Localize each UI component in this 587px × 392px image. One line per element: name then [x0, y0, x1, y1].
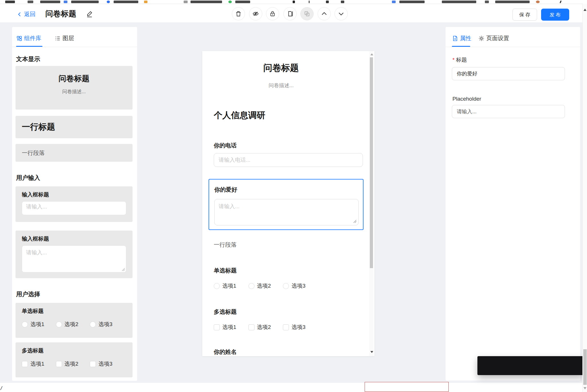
delete-button[interactable]	[232, 7, 245, 20]
canvas-selected-hobby-block[interactable]: 你的爱好	[209, 179, 364, 230]
bookmark-item-fragment[interactable]	[191, 1, 222, 3]
bookmark-item-fragment[interactable]	[293, 1, 295, 3]
radio-option[interactable]: 选项1	[22, 321, 44, 328]
bookmark-item-fragment[interactable]	[5, 1, 15, 3]
checkbox-option[interactable]: 选项3	[283, 323, 306, 331]
bookmark-favicon[interactable]	[64, 1, 67, 3]
move-up-button[interactable]	[318, 7, 331, 20]
component-card-input[interactable]: 输入框标题 请输入...	[15, 186, 133, 222]
canvas-scroll-up-arrow[interactable]	[370, 53, 373, 55]
page-scrollbar-thumb[interactable]	[583, 349, 587, 385]
canvas-paragraph[interactable]: 一行段落	[214, 241, 237, 249]
bookmark-item-fragment[interactable]	[28, 1, 33, 3]
publish-button[interactable]: 发 布	[541, 9, 569, 21]
component-card-radio[interactable]: 单选标题 选项1 选项2 选项3	[15, 303, 133, 338]
checkbox-option[interactable]: 选项1	[22, 360, 44, 368]
bookmark-item-fragment[interactable]	[235, 1, 250, 3]
resize-handle-icon[interactable]	[353, 220, 357, 224]
title-value-input[interactable]	[452, 67, 565, 80]
radio-option[interactable]: 选项3	[90, 321, 112, 328]
canvas-survey-title[interactable]: 问卷标题	[202, 62, 360, 74]
chevron-up-icon	[320, 10, 328, 17]
hide-button[interactable]	[249, 7, 262, 20]
page-scrollbar-track[interactable]	[582, 4, 587, 392]
canvas-checkbox-label[interactable]: 多选标题	[214, 308, 237, 316]
canvas-name-label[interactable]: 你的姓名	[214, 348, 237, 356]
canvas-survey-description[interactable]: 问卷描述...	[202, 82, 360, 89]
checkbox-icon[interactable]	[283, 324, 289, 330]
component-card-survey-title[interactable]: 问卷标题 问卷描述...	[15, 66, 133, 110]
bookmark-item-fragment[interactable]	[341, 1, 344, 3]
components-icon	[16, 35, 22, 42]
card-input-preview[interactable]: 请输入...	[22, 201, 126, 215]
canvas-phone-input[interactable]	[214, 153, 363, 167]
placeholder-value-input[interactable]	[452, 105, 565, 118]
checkbox-option[interactable]: 选项2	[248, 323, 271, 331]
radio-icon[interactable]	[56, 321, 62, 327]
checkbox-icon[interactable]	[56, 361, 62, 367]
radio-option[interactable]: 选项2	[248, 282, 271, 290]
radio-icon[interactable]	[22, 321, 28, 327]
form-canvas[interactable]: 问卷标题 问卷描述... 个人信息调研 你的电话 你的爱好 一行段落 单选标题 …	[202, 51, 374, 356]
eye-off-icon	[252, 10, 259, 17]
avatar[interactable]	[536, 1, 540, 3]
bookmark-item-fragment[interactable]	[114, 1, 138, 3]
radio-option[interactable]: 选项1	[214, 282, 236, 290]
canvas-phone-label[interactable]: 你的电话	[214, 142, 237, 149]
card-survey-title: 问卷标题	[15, 66, 133, 84]
bookmark-item-fragment[interactable]	[442, 1, 476, 3]
duplicate-button[interactable]	[283, 7, 297, 20]
card-textarea-preview[interactable]: 请输入...	[22, 245, 126, 272]
canvas-hobby-textarea[interactable]	[214, 199, 359, 225]
clone-button-disabled[interactable]	[300, 7, 314, 20]
radio-option[interactable]: 选项3	[283, 282, 306, 290]
radio-icon[interactable]	[214, 283, 220, 289]
tab-properties[interactable]: 属性	[452, 34, 471, 42]
save-button[interactable]: 保 存	[512, 9, 537, 21]
checkbox-icon[interactable]	[22, 361, 28, 367]
back-button[interactable]: 返回	[17, 10, 36, 18]
radio-icon[interactable]	[283, 283, 289, 289]
canvas-radio-label[interactable]: 单选标题	[214, 267, 237, 274]
checkbox-icon[interactable]	[248, 324, 254, 330]
bookmark-favicon[interactable]	[184, 1, 188, 3]
bookmark-item-fragment[interactable]	[71, 1, 99, 3]
bookmark-item-fragment[interactable]	[399, 1, 425, 3]
canvas-scrollbar-thumb[interactable]	[370, 57, 373, 268]
component-card-checkbox[interactable]: 多选标题 选项1 选项2 选项3	[15, 342, 133, 377]
bookmark-favicon[interactable]	[392, 1, 396, 3]
lock-button[interactable]	[266, 7, 279, 20]
checkbox-icon[interactable]	[214, 324, 220, 330]
canvas-hobby-label[interactable]: 你的爱好	[214, 186, 237, 194]
bookmark-item-fragment[interactable]	[495, 1, 530, 3]
tab-page-settings[interactable]: 页面设置	[478, 34, 509, 42]
page-scroll-up-arrow[interactable]	[584, 9, 586, 11]
bookmark-favicon[interactable]	[144, 1, 147, 3]
bookmark-item-fragment[interactable]	[309, 1, 310, 3]
component-card-textarea[interactable]: 输入框标题 请输入...	[15, 231, 133, 278]
tab-component-library[interactable]: 组件库	[16, 34, 41, 42]
bookmark-favicon[interactable]	[485, 1, 489, 3]
move-down-button[interactable]	[335, 7, 348, 20]
edit-title-icon[interactable]	[85, 10, 94, 18]
canvas-scroll-down-arrow[interactable]	[370, 351, 373, 353]
radio-icon[interactable]	[248, 283, 254, 289]
radio-icon[interactable]	[90, 321, 96, 327]
bookmark-item-fragment[interactable]	[559, 1, 561, 3]
bookmark-favicon[interactable]	[228, 1, 232, 3]
component-card-line-title[interactable]: 一行标题	[15, 116, 133, 138]
component-card-line-paragraph[interactable]: 一行段落	[15, 144, 133, 162]
bookmark-item-fragment[interactable]	[326, 1, 329, 3]
resize-handle-icon[interactable]	[122, 268, 126, 272]
checkbox-option[interactable]: 选项3	[90, 360, 112, 368]
canvas-heading[interactable]: 个人信息调研	[214, 110, 265, 121]
page-scroll-down-arrow[interactable]	[584, 387, 586, 389]
checkbox-option[interactable]: 选项2	[56, 360, 79, 368]
chevron-down-icon	[337, 10, 345, 17]
bookmark-item-fragment[interactable]	[40, 1, 60, 3]
tab-layers[interactable]: 图层	[55, 34, 74, 42]
checkbox-icon[interactable]	[90, 361, 96, 367]
checkbox-option[interactable]: 选项1	[214, 323, 236, 331]
bookmark-favicon[interactable]	[107, 1, 110, 3]
radio-option[interactable]: 选项2	[56, 321, 79, 328]
